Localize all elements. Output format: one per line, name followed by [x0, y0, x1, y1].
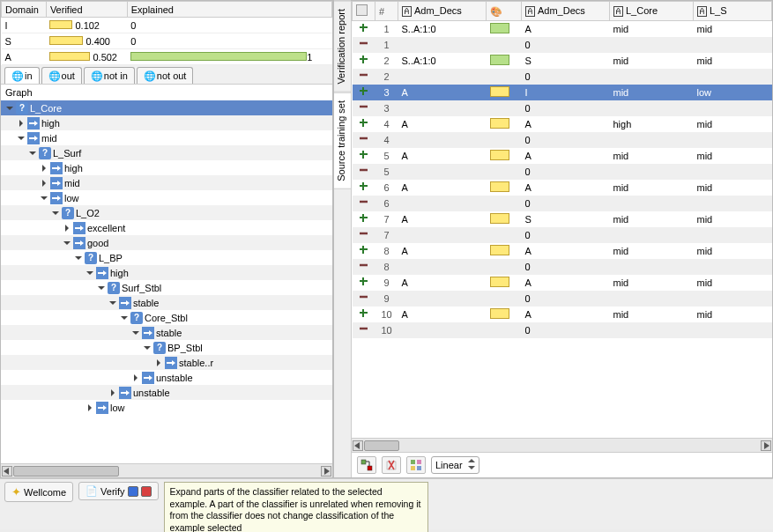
scroll-left-arrow[interactable]: [353, 440, 363, 451]
data-table[interactable]: # 🄰Adm_Decs 🎨 🄰Adm_Decs 🄰L_Core 🄰L_S 1S.…: [352, 1, 772, 438]
table-row[interactable]: 1S..A:1:0Amidmid: [353, 21, 772, 37]
verified-row[interactable]: S 0.400 0: [2, 33, 332, 49]
twisty-icon[interactable]: [16, 118, 26, 128]
vtab-source-training-set[interactable]: Source training set: [334, 92, 351, 189]
horizontal-scrollbar[interactable]: [352, 438, 772, 452]
table-row[interactable]: 50: [353, 164, 772, 180]
tab-out[interactable]: 🌐out: [41, 67, 82, 84]
expand-cell[interactable]: [353, 227, 375, 243]
tree-node[interactable]: ?L_O2: [1, 205, 332, 220]
maximize-icon[interactable]: [128, 486, 138, 497]
tree-node[interactable]: stable..r: [1, 355, 332, 370]
table-row[interactable]: 6AAmidmid: [353, 180, 772, 196]
table-row[interactable]: 3AImidlow: [353, 85, 772, 100]
tree-node[interactable]: ?BP_Stbl: [1, 340, 332, 355]
horizontal-scrollbar[interactable]: [1, 463, 332, 477]
twisty-icon[interactable]: [62, 223, 71, 233]
expand-cell[interactable]: [353, 85, 375, 100]
table-row[interactable]: 10: [353, 37, 772, 53]
table-row[interactable]: 70: [353, 227, 772, 243]
col-l-s[interactable]: 🄰L_S: [694, 2, 772, 21]
expand-cell[interactable]: [353, 196, 375, 211]
expand-cell[interactable]: [353, 132, 375, 148]
verify-button[interactable]: 📄Verify: [78, 482, 159, 500]
table-row[interactable]: 9AAmidmid: [353, 275, 772, 291]
col-l-core[interactable]: 🄰L_Core: [610, 2, 694, 21]
expand-cell[interactable]: [353, 53, 375, 69]
twisty-icon[interactable]: [4, 103, 14, 113]
tab-in[interactable]: 🌐in: [4, 67, 40, 84]
twisty-icon[interactable]: [62, 238, 71, 248]
expand-cell[interactable]: [353, 116, 375, 132]
tree-node[interactable]: mid: [1, 175, 332, 190]
tree-node[interactable]: unstable: [1, 370, 332, 385]
verified-row[interactable]: I 0.102 0: [2, 18, 332, 33]
scroll-thumb[interactable]: [364, 440, 399, 451]
table-row[interactable]: 8AAmidmid: [353, 243, 772, 259]
col-number[interactable]: #: [375, 2, 398, 21]
twisty-icon[interactable]: [50, 208, 60, 218]
expand-tree-button[interactable]: [357, 456, 376, 474]
wellcome-button[interactable]: ✦Wellcome: [4, 482, 73, 502]
tab-not-out[interactable]: 🌐not out: [137, 67, 194, 84]
table-row[interactable]: 60: [353, 196, 772, 211]
close-icon[interactable]: [141, 486, 152, 497]
tree-node[interactable]: stable: [1, 295, 332, 310]
checkbox-icon[interactable]: [356, 4, 368, 16]
expand-cell[interactable]: [353, 164, 375, 180]
twisty-icon[interactable]: [153, 358, 163, 367]
tree-view[interactable]: ?L_Corehighmid?L_Surfhighmidlow?L_O2exce…: [1, 100, 332, 463]
table-row[interactable]: 20: [353, 69, 772, 85]
expand-cell[interactable]: [353, 100, 375, 116]
twisty-icon[interactable]: [130, 328, 140, 337]
expand-cell[interactable]: [353, 211, 375, 227]
tree-node[interactable]: ?Core_Stbl: [1, 310, 332, 325]
expand-cell[interactable]: [353, 243, 375, 259]
col-adm-decs-2[interactable]: 🄰Adm_Decs: [522, 2, 610, 21]
twisty-icon[interactable]: [96, 283, 106, 292]
tree-node[interactable]: high: [1, 160, 332, 175]
twisty-icon[interactable]: [85, 403, 94, 412]
tree-node[interactable]: ?L_BP: [1, 250, 332, 265]
col-verified[interactable]: Verified: [46, 2, 127, 18]
palette-button[interactable]: [406, 456, 426, 474]
twisty-icon[interactable]: [108, 388, 117, 397]
table-row[interactable]: 100: [353, 322, 772, 338]
expand-cell[interactable]: [353, 322, 375, 338]
table-row[interactable]: 2S..A:1:0Smidmid: [353, 53, 772, 69]
tree-node[interactable]: low: [1, 190, 332, 205]
col-adm-decs[interactable]: 🄰Adm_Decs: [398, 2, 487, 21]
tree-node[interactable]: ?L_Core: [1, 100, 332, 115]
twisty-icon[interactable]: [73, 253, 83, 262]
tree-node[interactable]: low: [1, 400, 332, 415]
scroll-right-arrow[interactable]: [321, 466, 331, 477]
vtab-verification-report[interactable]: Verification report: [334, 1, 351, 92]
twisty-icon[interactable]: [108, 298, 117, 307]
tree-node[interactable]: ?Surf_Stbl: [1, 280, 332, 295]
expand-cell[interactable]: [353, 291, 375, 307]
expand-cell[interactable]: [353, 259, 375, 275]
tree-node[interactable]: excellent: [1, 220, 332, 235]
scroll-thumb[interactable]: [13, 466, 119, 477]
table-row[interactable]: 90: [353, 291, 772, 307]
col-checkbox[interactable]: [353, 2, 375, 21]
tree-node[interactable]: high: [1, 265, 332, 280]
twisty-icon[interactable]: [85, 268, 94, 277]
col-explained[interactable]: Explained: [127, 2, 331, 18]
table-row[interactable]: 5AAmidmid: [353, 148, 772, 164]
table-row[interactable]: 30: [353, 100, 772, 116]
twisty-icon[interactable]: [16, 133, 26, 143]
col-domain[interactable]: Domain: [2, 2, 47, 18]
tree-node[interactable]: good: [1, 235, 332, 250]
expand-cell[interactable]: [353, 275, 375, 291]
expand-cell[interactable]: [353, 37, 375, 53]
scroll-right-arrow[interactable]: [761, 440, 771, 451]
expand-cell[interactable]: [353, 148, 375, 164]
tree-node[interactable]: high: [1, 115, 332, 130]
twisty-icon[interactable]: [130, 373, 140, 382]
expand-cell[interactable]: [353, 180, 375, 196]
table-row[interactable]: 4AAhighmid: [353, 116, 772, 132]
tree-node[interactable]: mid: [1, 130, 332, 145]
verified-row[interactable]: A 0.502 1: [2, 49, 332, 65]
tab-not-in[interactable]: 🌐not in: [84, 67, 135, 84]
